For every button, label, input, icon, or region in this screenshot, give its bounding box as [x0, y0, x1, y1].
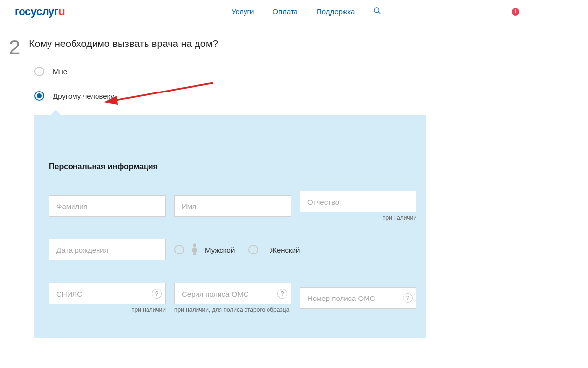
options-group: Мне Другому человеку [0, 67, 588, 101]
snils-hint: при наличии [49, 306, 166, 313]
panel-container: Персональная информация при наличии [0, 115, 588, 338]
field-birthdate [49, 239, 166, 260]
snils-input[interactable] [49, 283, 166, 304]
panel-title: Персональная информация [49, 162, 412, 171]
help-icon[interactable]: ? [277, 289, 287, 299]
oms-number-input[interactable] [300, 287, 416, 309]
surname-input[interactable] [49, 195, 166, 217]
option-me-label: Мне [53, 68, 67, 76]
notification-badge[interactable]: 1 [512, 8, 519, 16]
search-icon[interactable] [373, 7, 381, 17]
help-icon[interactable]: ? [403, 293, 413, 303]
svg-point-0 [374, 8, 379, 12]
step-number: 2 [9, 37, 20, 58]
field-oms-series: ? [174, 283, 291, 304]
field-name [174, 195, 291, 217]
field-oms-number: ? [300, 287, 416, 309]
svg-line-1 [378, 12, 380, 14]
main-nav: Услуги Оплата Поддержка [231, 7, 381, 17]
step-header: 2 Кому необходимо вызвать врача на дом? [0, 23, 588, 67]
gender-male-label: Мужской [205, 246, 235, 254]
help-icon[interactable]: ? [152, 289, 162, 299]
oms-series-hint: при наличии, для полиса старого образца [174, 306, 291, 313]
field-surname [49, 195, 166, 217]
row-birth-gender: Мужской Женский [49, 239, 412, 260]
patronymic-input[interactable] [300, 191, 416, 212]
step-title: Кому необходимо вызвать врача на дом? [29, 38, 218, 49]
nav-support[interactable]: Поддержка [317, 7, 355, 16]
option-me[interactable]: Мне [34, 67, 588, 76]
person-icon [189, 243, 200, 256]
gender-group: Мужской Женский [174, 243, 309, 256]
gender-female-label: Женский [270, 246, 300, 254]
oms-series-input[interactable] [174, 283, 291, 304]
logo-text-1: госуслуг [15, 5, 58, 18]
svg-point-4 [193, 243, 196, 247]
radio-icon [34, 91, 44, 101]
field-snils: ? [49, 283, 166, 304]
birthdate-input[interactable] [49, 239, 166, 260]
radio-icon [34, 67, 44, 76]
option-other-label: Другому человеку [53, 92, 114, 100]
nav-services[interactable]: Услуги [231, 7, 254, 16]
option-other[interactable]: Другому человеку [34, 91, 588, 101]
row-fio: при наличии [49, 191, 412, 221]
field-patronymic [300, 191, 416, 212]
logo-text-2: u [58, 5, 65, 18]
gender-female-radio[interactable] [248, 245, 258, 254]
header: госуслугu Услуги Оплата Поддержка 1 [0, 0, 588, 23]
row-docs: ? при наличии ? при наличии, для полиса … [49, 283, 412, 313]
gender-male-radio[interactable] [174, 245, 184, 254]
logo[interactable]: госуслугu [15, 5, 65, 18]
name-input[interactable] [174, 195, 291, 217]
personal-info-panel: Персональная информация при наличии [34, 115, 426, 338]
patronymic-hint: при наличии [300, 214, 416, 221]
nav-payment[interactable]: Оплата [272, 7, 298, 16]
